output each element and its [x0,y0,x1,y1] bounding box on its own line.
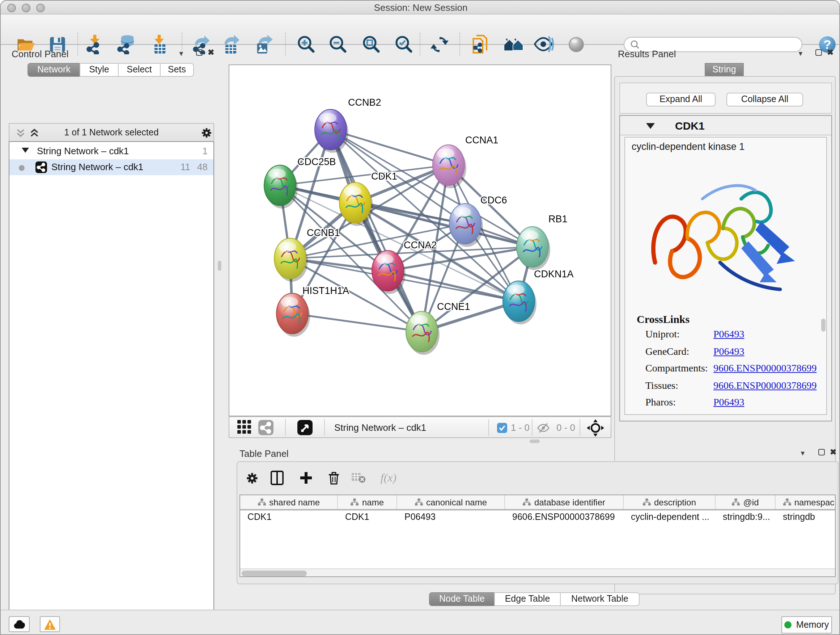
zoom-selected-button[interactable] [393,33,415,55]
zoom-out-icon [328,35,347,54]
table-panel-float-icon[interactable] [818,449,825,455]
grid-view-icon[interactable] [237,420,253,435]
column-type-icon [783,498,791,506]
column-type-icon [351,498,359,506]
table-cell[interactable]: stringdb:9... [715,510,775,525]
column-header-name[interactable]: name [338,495,397,509]
column-header--id[interactable]: @id [715,495,775,509]
column-header-namespac[interactable]: namespac [775,495,840,509]
table-cell[interactable]: stringdb [775,510,840,525]
cytoscape-window: Session: New Session [0,0,840,635]
edge-CCNB2-CCNA1[interactable] [331,130,448,165]
tab-network[interactable]: Network [27,63,80,77]
table-panel-menu-icon[interactable]: ▼ [799,450,806,457]
zoom-in-button[interactable] [295,33,317,55]
show-all-button[interactable] [565,33,587,55]
zoom-fit-button[interactable] [360,33,382,55]
network-options-gear-icon[interactable] [201,127,213,139]
network-canvas[interactable]: CCNB2CCNA1CDC25BCDK1CDC6RB1CCNB1CCNA2CDK… [229,65,611,416]
warnings-button[interactable] [40,616,60,632]
node-CDKN1A[interactable]: CDKN1A [503,269,574,325]
scrollbar-thumb[interactable] [242,570,307,576]
tab-node-table[interactable]: Node Table [429,592,495,606]
table-cell[interactable]: 9606.ENSP00000378699 [505,510,624,525]
node-HIST1H1A[interactable]: HIST1H1A [276,285,349,337]
cloud-status-button[interactable] [9,616,30,632]
vertical-splitter-handle[interactable] [218,261,221,271]
tab-select[interactable]: Select [118,63,161,77]
crosslink-label: Compartments: [645,363,708,374]
delete-table-icon [352,472,366,484]
edge-CCNB2-CCNE1[interactable] [331,130,422,332]
tab-network-table[interactable]: Network Table [560,592,639,606]
export-table-button[interactable] [220,33,242,55]
node-CCNA2[interactable]: CCNA2 [372,240,437,294]
table-row[interactable]: CDK1CDK1P064939606.ENSP00000378699cyclin… [240,510,835,525]
toolbar-separator [285,33,286,56]
node-CCNE1[interactable]: CCNE1 [406,301,470,355]
crosslink-link[interactable]: P06493 [714,397,745,409]
refresh-button[interactable] [428,33,450,55]
zoom-out-button[interactable] [327,33,349,55]
toolbar-separator [285,419,286,436]
column-header-database-identifier[interactable]: database identifier [505,495,624,509]
fit-selection-crosshair-icon[interactable] [587,419,604,437]
home-button[interactable] [503,33,524,55]
memory-status-dot-icon [785,621,792,629]
column-header-shared-name[interactable]: shared name [240,495,338,509]
tab-edge-table[interactable]: Edge Table [494,592,561,606]
column-header-description[interactable]: description [624,495,715,509]
section-expander-icon[interactable] [646,123,655,129]
node-label-CCNA2: CCNA2 [404,240,437,250]
table-options-button[interactable] [243,469,261,486]
tab-style[interactable]: Style [80,63,118,77]
delete-column-button[interactable] [325,469,342,486]
network-view-share-icon[interactable] [258,420,273,435]
network-row-selected[interactable]: String Network – cdk1 11 48 [9,159,213,175]
table-panel-close-icon[interactable]: ✖ [830,448,836,457]
tab-string[interactable]: String [705,63,744,77]
tab-sets[interactable]: Sets [160,63,194,77]
crosslink-link[interactable]: P06493 [714,346,745,357]
crosslink-link[interactable]: 9606.ENSP00000378699 [714,363,816,374]
string-network-graph[interactable]: CCNB2CCNA1CDC25BCDK1CDC6RB1CCNB1CCNA2CDK… [229,65,611,416]
memory-button[interactable]: Memory [782,616,832,633]
table-header-row[interactable]: shared namenamecanonical namedatabase id… [240,495,835,510]
control-panel-menu-icon[interactable]: ▼ [178,50,185,57]
collapse-all-button[interactable]: Collapse All [726,93,803,106]
window-title: Session: New Session [1,1,840,14]
control-panel-float-icon[interactable] [196,49,202,56]
section-header[interactable]: CDK1 [620,116,831,135]
table-cell[interactable]: P06493 [397,510,505,525]
show-columns-button[interactable] [268,469,286,486]
crosslink-link[interactable]: 9606.ENSP00000378699 [714,380,816,391]
edge-CCNA2-CDKN1A[interactable] [388,271,519,301]
results-panel-float-icon[interactable] [815,49,822,56]
table-cell[interactable]: CDK1 [338,510,397,525]
table-cell[interactable]: cyclin-dependent ... [624,510,715,525]
export-image-button[interactable] [253,33,274,55]
control-panel-close-icon[interactable]: ✖ [208,48,214,57]
results-panel-menu-icon[interactable]: ▼ [797,50,804,57]
hide-selected-button[interactable] [533,33,555,55]
table-body[interactable]: CDK1CDK1P064939606.ENSP00000378699cyclin… [240,510,835,525]
node-RB1[interactable]: RB1 [516,214,568,270]
edge-HIST1H1A-CCNE1[interactable] [292,314,422,332]
collection-expander-icon[interactable] [22,148,29,153]
column-header-canonical-name[interactable]: canonical name [397,495,505,509]
horizontal-splitter-handle[interactable] [530,440,540,443]
toolbar-separator [532,419,532,436]
create-column-button[interactable] [297,469,315,486]
crosslink-link[interactable]: P06493 [714,329,745,340]
birdseye-view-icon[interactable] [297,420,313,435]
table-cell[interactable]: CDK1 [240,510,338,525]
results-scrollbar-thumb[interactable] [821,318,826,332]
table-horizontal-scrollbar[interactable] [240,568,835,576]
zoom-fit-icon [362,35,381,54]
results-panel-close-icon[interactable]: ✖ [827,48,834,57]
share-document-button[interactable] [470,33,492,55]
network-collection-row[interactable]: String Network – cdk1 1 [9,143,213,159]
hidden-eye-slash-icon[interactable] [537,421,550,434]
expand-all-button[interactable]: Expand All [646,93,715,106]
selected-checkbox-icon[interactable] [497,423,507,433]
